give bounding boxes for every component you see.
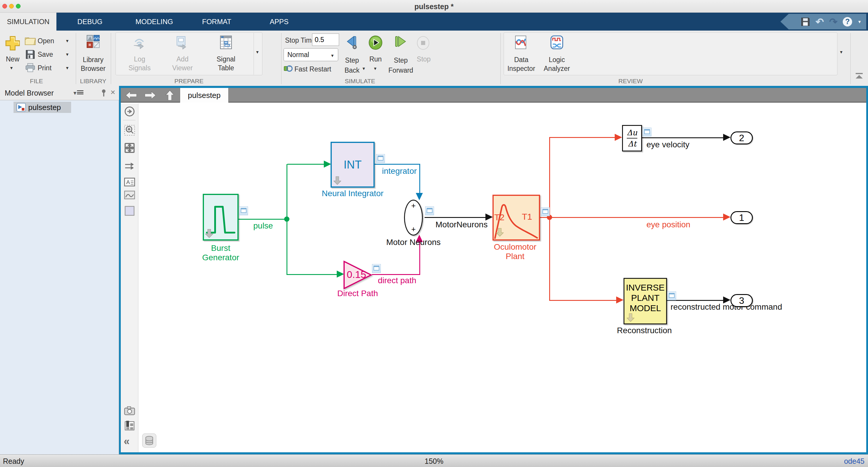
area-box-icon[interactable] bbox=[124, 205, 135, 216]
step-forward-button[interactable]: Step Forward bbox=[387, 55, 415, 75]
signal-line-pulse[interactable] bbox=[239, 219, 287, 220]
print-dropdown-icon[interactable] bbox=[65, 65, 69, 70]
log-signals-button[interactable]: Log Signals bbox=[123, 55, 156, 72]
outport-2[interactable]: 2 bbox=[731, 132, 753, 144]
close-panel-icon[interactable]: × bbox=[111, 88, 115, 97]
fit-to-view-icon[interactable] bbox=[124, 142, 135, 153]
pin-panel-icon[interactable] bbox=[100, 89, 107, 97]
screenshot-camera-icon[interactable] bbox=[124, 405, 135, 416]
annotation-icon[interactable]: A bbox=[124, 176, 135, 187]
motor-neurons-label[interactable]: Motor Neurons bbox=[379, 238, 448, 247]
signal-line-to-integrator[interactable] bbox=[287, 164, 324, 165]
eye-velocity-signal-label[interactable]: eye velocity bbox=[646, 140, 689, 149]
outport-1[interactable]: 1 bbox=[731, 211, 753, 224]
redo-icon[interactable]: ↷ bbox=[829, 17, 838, 27]
zoom-level[interactable]: 150% bbox=[0, 457, 868, 466]
tab-debug[interactable]: DEBUG bbox=[56, 13, 123, 31]
solver-name[interactable]: ode45 bbox=[844, 457, 865, 466]
data-inspector-button[interactable]: Data Inspector bbox=[504, 55, 539, 73]
breadcrumb-tab[interactable]: pulsestep bbox=[180, 88, 228, 103]
signal-table-button[interactable]: Signal Table bbox=[210, 55, 242, 72]
new-dropdown-icon[interactable] bbox=[9, 65, 13, 70]
log-badge[interactable] bbox=[643, 128, 651, 137]
save-icon[interactable] bbox=[801, 17, 810, 26]
log-badge[interactable] bbox=[372, 264, 381, 273]
save-dropdown-icon[interactable] bbox=[65, 52, 69, 57]
signal-line-to-gain[interactable] bbox=[287, 274, 337, 275]
new-button[interactable]: New bbox=[4, 55, 22, 63]
outport-3[interactable]: 3 bbox=[731, 294, 753, 307]
step-forward-icon[interactable] bbox=[394, 35, 407, 50]
log-badge[interactable] bbox=[667, 291, 676, 300]
undo-icon[interactable]: ↶ bbox=[815, 17, 824, 27]
image-annotation-icon[interactable] bbox=[124, 189, 135, 201]
hide-explorer-bar-icon[interactable] bbox=[124, 106, 135, 117]
model-data-button[interactable] bbox=[142, 434, 156, 447]
log-badge[interactable] bbox=[425, 206, 434, 215]
tab-simulation[interactable]: SIMULATION bbox=[0, 13, 56, 31]
help-icon[interactable]: ? bbox=[843, 17, 852, 26]
back-icon[interactable] bbox=[125, 91, 137, 100]
step-back-icon[interactable] bbox=[346, 35, 359, 50]
save-file-icon[interactable] bbox=[25, 50, 35, 59]
signal-line-eye-velocity[interactable] bbox=[642, 137, 723, 138]
eye-position-signal-label[interactable]: eye position bbox=[646, 220, 690, 229]
oculomotor-plant-block[interactable]: T2 T1 bbox=[493, 195, 540, 240]
save-button[interactable]: Save bbox=[38, 51, 53, 59]
derivative-block[interactable]: Δu Δt bbox=[622, 125, 642, 151]
collapse-palette-icon[interactable]: « bbox=[124, 435, 130, 447]
burst-generator-block[interactable] bbox=[203, 194, 239, 240]
burst-generator-label[interactable]: Burst Generator bbox=[188, 243, 253, 262]
integrator-signal-label[interactable]: integrator bbox=[382, 167, 417, 176]
forward-icon[interactable] bbox=[144, 91, 157, 100]
panel-menu-icon[interactable]: ▾ bbox=[73, 89, 84, 96]
stop-button[interactable]: Stop bbox=[412, 55, 435, 63]
signal-line-motorneurons[interactable] bbox=[425, 217, 486, 218]
oculomotor-plant-label[interactable]: Oculomotor Plant bbox=[479, 242, 551, 261]
signal-line-to-derivative[interactable] bbox=[549, 137, 615, 138]
signal-line-direct-path[interactable] bbox=[372, 274, 420, 275]
signal-line-to-inverse[interactable] bbox=[549, 300, 617, 301]
signal-line-integrator[interactable] bbox=[375, 164, 420, 165]
tab-modeling[interactable]: MODELING bbox=[123, 13, 185, 31]
direct-path-label[interactable]: Direct Path bbox=[320, 289, 395, 298]
data-inspector-icon[interactable] bbox=[515, 35, 527, 50]
neural-integrator-block[interactable]: INT bbox=[331, 142, 375, 187]
review-more-dropdown-icon[interactable] bbox=[839, 50, 843, 55]
log-badge[interactable] bbox=[541, 207, 550, 216]
run-dropdown-icon[interactable] bbox=[373, 66, 377, 71]
log-signals-icon[interactable] bbox=[132, 36, 146, 50]
prepare-more-dropdown-icon[interactable] bbox=[255, 50, 259, 55]
log-badge[interactable] bbox=[239, 206, 248, 215]
inverse-plant-model-block[interactable]: INVERSE PLANT MODEL bbox=[623, 278, 667, 324]
print-icon[interactable] bbox=[25, 63, 36, 72]
library-browser-button[interactable]: Library Browser bbox=[77, 55, 109, 73]
motor-neurons-sum-block[interactable]: + + bbox=[404, 200, 423, 236]
log-badge[interactable] bbox=[376, 154, 385, 163]
open-dropdown-icon[interactable] bbox=[65, 38, 69, 43]
zoom-in-icon[interactable] bbox=[124, 125, 135, 136]
logic-analyzer-button[interactable]: Logic Analyzer bbox=[539, 55, 575, 73]
print-button[interactable]: Print bbox=[38, 64, 52, 72]
fast-restart-icon[interactable] bbox=[284, 65, 293, 72]
direct-path-signal-label[interactable]: direct path bbox=[378, 276, 416, 285]
tab-format[interactable]: FORMAT bbox=[185, 13, 248, 31]
library-browser-icon[interactable] bbox=[86, 35, 100, 48]
open-button[interactable]: Open bbox=[38, 37, 54, 45]
logic-analyzer-icon[interactable] bbox=[550, 35, 563, 50]
step-back-dropdown-icon[interactable] bbox=[362, 66, 366, 71]
signal-line-eye-position[interactable] bbox=[540, 217, 724, 218]
fast-restart-button[interactable]: Fast Restart bbox=[294, 65, 331, 73]
add-viewer-button[interactable]: Add Viewer bbox=[166, 55, 198, 72]
simulation-mode-select[interactable]: Normal bbox=[284, 48, 338, 61]
motorneurons-signal-label[interactable]: MotorNeurons bbox=[435, 220, 488, 229]
diagram-canvas[interactable] bbox=[139, 104, 866, 452]
pulse-signal-label[interactable]: pulse bbox=[253, 221, 273, 231]
reconstructed-signal-label[interactable]: reconstructed motor command bbox=[671, 302, 782, 312]
signal-routing-icon[interactable] bbox=[124, 160, 135, 172]
neural-integrator-label[interactable]: Neural Integrator bbox=[309, 189, 397, 198]
tab-apps[interactable]: APPS bbox=[248, 13, 310, 31]
collapse-ribbon-icon[interactable] bbox=[856, 73, 863, 79]
model-tree-item-label[interactable]: pulsestep bbox=[28, 103, 61, 112]
open-folder-icon[interactable] bbox=[25, 36, 36, 45]
